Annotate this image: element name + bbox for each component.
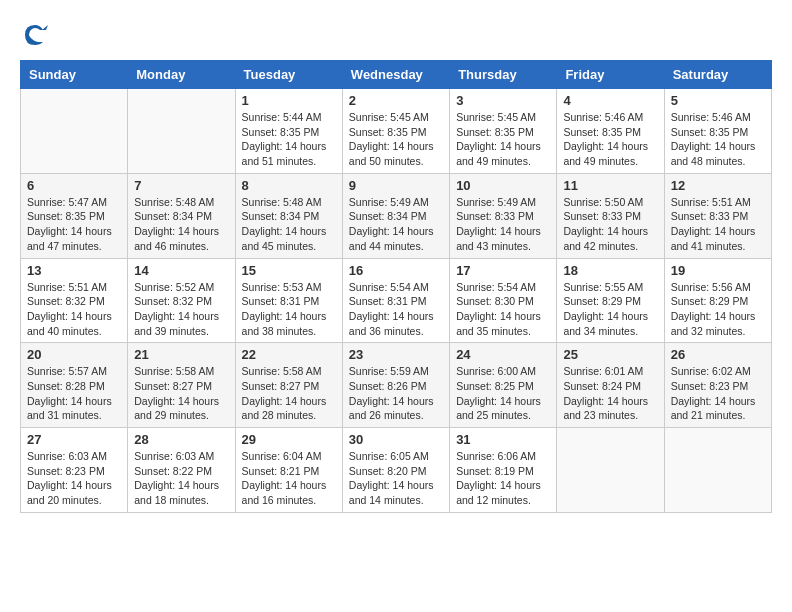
day-number: 9	[349, 178, 443, 193]
day-info: Sunrise: 5:58 AMSunset: 8:27 PMDaylight:…	[134, 364, 228, 423]
calendar-day-cell: 9Sunrise: 5:49 AMSunset: 8:34 PMDaylight…	[342, 173, 449, 258]
day-info: Sunrise: 5:56 AMSunset: 8:29 PMDaylight:…	[671, 280, 765, 339]
day-number: 26	[671, 347, 765, 362]
day-number: 18	[563, 263, 657, 278]
day-number: 5	[671, 93, 765, 108]
calendar-day-cell: 30Sunrise: 6:05 AMSunset: 8:20 PMDayligh…	[342, 428, 449, 513]
calendar-week-row: 20Sunrise: 5:57 AMSunset: 8:28 PMDayligh…	[21, 343, 772, 428]
day-info: Sunrise: 5:44 AMSunset: 8:35 PMDaylight:…	[242, 110, 336, 169]
calendar-day-cell: 26Sunrise: 6:02 AMSunset: 8:23 PMDayligh…	[664, 343, 771, 428]
day-info: Sunrise: 5:52 AMSunset: 8:32 PMDaylight:…	[134, 280, 228, 339]
calendar-table: SundayMondayTuesdayWednesdayThursdayFrid…	[20, 60, 772, 513]
day-info: Sunrise: 5:51 AMSunset: 8:33 PMDaylight:…	[671, 195, 765, 254]
day-number: 28	[134, 432, 228, 447]
day-number: 13	[27, 263, 121, 278]
calendar-day-cell	[664, 428, 771, 513]
calendar-day-cell	[128, 89, 235, 174]
calendar-day-cell: 7Sunrise: 5:48 AMSunset: 8:34 PMDaylight…	[128, 173, 235, 258]
day-info: Sunrise: 6:04 AMSunset: 8:21 PMDaylight:…	[242, 449, 336, 508]
day-info: Sunrise: 5:59 AMSunset: 8:26 PMDaylight:…	[349, 364, 443, 423]
day-info: Sunrise: 5:55 AMSunset: 8:29 PMDaylight:…	[563, 280, 657, 339]
day-info: Sunrise: 5:49 AMSunset: 8:33 PMDaylight:…	[456, 195, 550, 254]
weekday-header: Monday	[128, 61, 235, 89]
day-info: Sunrise: 5:58 AMSunset: 8:27 PMDaylight:…	[242, 364, 336, 423]
calendar-day-cell: 28Sunrise: 6:03 AMSunset: 8:22 PMDayligh…	[128, 428, 235, 513]
day-info: Sunrise: 5:45 AMSunset: 8:35 PMDaylight:…	[349, 110, 443, 169]
day-info: Sunrise: 6:01 AMSunset: 8:24 PMDaylight:…	[563, 364, 657, 423]
calendar-day-cell: 14Sunrise: 5:52 AMSunset: 8:32 PMDayligh…	[128, 258, 235, 343]
calendar-day-cell: 18Sunrise: 5:55 AMSunset: 8:29 PMDayligh…	[557, 258, 664, 343]
calendar-day-cell: 17Sunrise: 5:54 AMSunset: 8:30 PMDayligh…	[450, 258, 557, 343]
calendar-day-cell	[557, 428, 664, 513]
day-number: 6	[27, 178, 121, 193]
calendar-day-cell: 27Sunrise: 6:03 AMSunset: 8:23 PMDayligh…	[21, 428, 128, 513]
calendar-day-cell	[21, 89, 128, 174]
calendar-day-cell: 5Sunrise: 5:46 AMSunset: 8:35 PMDaylight…	[664, 89, 771, 174]
day-number: 27	[27, 432, 121, 447]
day-info: Sunrise: 5:47 AMSunset: 8:35 PMDaylight:…	[27, 195, 121, 254]
day-number: 10	[456, 178, 550, 193]
day-number: 20	[27, 347, 121, 362]
calendar-day-cell: 4Sunrise: 5:46 AMSunset: 8:35 PMDaylight…	[557, 89, 664, 174]
day-info: Sunrise: 6:03 AMSunset: 8:22 PMDaylight:…	[134, 449, 228, 508]
day-number: 21	[134, 347, 228, 362]
logo	[20, 20, 55, 50]
weekday-header: Tuesday	[235, 61, 342, 89]
calendar-day-cell: 29Sunrise: 6:04 AMSunset: 8:21 PMDayligh…	[235, 428, 342, 513]
day-info: Sunrise: 6:00 AMSunset: 8:25 PMDaylight:…	[456, 364, 550, 423]
calendar-header-row: SundayMondayTuesdayWednesdayThursdayFrid…	[21, 61, 772, 89]
calendar-day-cell: 22Sunrise: 5:58 AMSunset: 8:27 PMDayligh…	[235, 343, 342, 428]
day-info: Sunrise: 6:02 AMSunset: 8:23 PMDaylight:…	[671, 364, 765, 423]
day-info: Sunrise: 5:48 AMSunset: 8:34 PMDaylight:…	[134, 195, 228, 254]
calendar-day-cell: 10Sunrise: 5:49 AMSunset: 8:33 PMDayligh…	[450, 173, 557, 258]
calendar-week-row: 1Sunrise: 5:44 AMSunset: 8:35 PMDaylight…	[21, 89, 772, 174]
calendar-day-cell: 8Sunrise: 5:48 AMSunset: 8:34 PMDaylight…	[235, 173, 342, 258]
day-info: Sunrise: 6:05 AMSunset: 8:20 PMDaylight:…	[349, 449, 443, 508]
day-number: 16	[349, 263, 443, 278]
day-info: Sunrise: 5:46 AMSunset: 8:35 PMDaylight:…	[671, 110, 765, 169]
day-number: 7	[134, 178, 228, 193]
day-number: 25	[563, 347, 657, 362]
calendar-day-cell: 23Sunrise: 5:59 AMSunset: 8:26 PMDayligh…	[342, 343, 449, 428]
day-number: 2	[349, 93, 443, 108]
day-info: Sunrise: 5:53 AMSunset: 8:31 PMDaylight:…	[242, 280, 336, 339]
calendar-day-cell: 15Sunrise: 5:53 AMSunset: 8:31 PMDayligh…	[235, 258, 342, 343]
day-info: Sunrise: 5:54 AMSunset: 8:30 PMDaylight:…	[456, 280, 550, 339]
day-number: 24	[456, 347, 550, 362]
calendar-day-cell: 6Sunrise: 5:47 AMSunset: 8:35 PMDaylight…	[21, 173, 128, 258]
day-number: 1	[242, 93, 336, 108]
calendar-day-cell: 21Sunrise: 5:58 AMSunset: 8:27 PMDayligh…	[128, 343, 235, 428]
calendar-day-cell: 24Sunrise: 6:00 AMSunset: 8:25 PMDayligh…	[450, 343, 557, 428]
weekday-header: Friday	[557, 61, 664, 89]
day-info: Sunrise: 5:54 AMSunset: 8:31 PMDaylight:…	[349, 280, 443, 339]
day-number: 19	[671, 263, 765, 278]
day-info: Sunrise: 5:46 AMSunset: 8:35 PMDaylight:…	[563, 110, 657, 169]
day-number: 11	[563, 178, 657, 193]
day-number: 4	[563, 93, 657, 108]
calendar-week-row: 27Sunrise: 6:03 AMSunset: 8:23 PMDayligh…	[21, 428, 772, 513]
calendar-day-cell: 19Sunrise: 5:56 AMSunset: 8:29 PMDayligh…	[664, 258, 771, 343]
page-header	[20, 20, 772, 50]
calendar-day-cell: 16Sunrise: 5:54 AMSunset: 8:31 PMDayligh…	[342, 258, 449, 343]
day-number: 29	[242, 432, 336, 447]
weekday-header: Wednesday	[342, 61, 449, 89]
day-info: Sunrise: 5:49 AMSunset: 8:34 PMDaylight:…	[349, 195, 443, 254]
day-info: Sunrise: 5:51 AMSunset: 8:32 PMDaylight:…	[27, 280, 121, 339]
calendar-day-cell: 2Sunrise: 5:45 AMSunset: 8:35 PMDaylight…	[342, 89, 449, 174]
calendar-day-cell: 11Sunrise: 5:50 AMSunset: 8:33 PMDayligh…	[557, 173, 664, 258]
day-number: 3	[456, 93, 550, 108]
weekday-header: Saturday	[664, 61, 771, 89]
calendar-week-row: 6Sunrise: 5:47 AMSunset: 8:35 PMDaylight…	[21, 173, 772, 258]
day-info: Sunrise: 5:45 AMSunset: 8:35 PMDaylight:…	[456, 110, 550, 169]
day-info: Sunrise: 5:48 AMSunset: 8:34 PMDaylight:…	[242, 195, 336, 254]
day-number: 17	[456, 263, 550, 278]
calendar-day-cell: 12Sunrise: 5:51 AMSunset: 8:33 PMDayligh…	[664, 173, 771, 258]
calendar-day-cell: 20Sunrise: 5:57 AMSunset: 8:28 PMDayligh…	[21, 343, 128, 428]
calendar-day-cell: 3Sunrise: 5:45 AMSunset: 8:35 PMDaylight…	[450, 89, 557, 174]
day-number: 30	[349, 432, 443, 447]
day-info: Sunrise: 5:50 AMSunset: 8:33 PMDaylight:…	[563, 195, 657, 254]
logo-icon	[20, 20, 50, 50]
calendar-day-cell: 13Sunrise: 5:51 AMSunset: 8:32 PMDayligh…	[21, 258, 128, 343]
calendar-day-cell: 25Sunrise: 6:01 AMSunset: 8:24 PMDayligh…	[557, 343, 664, 428]
weekday-header: Thursday	[450, 61, 557, 89]
